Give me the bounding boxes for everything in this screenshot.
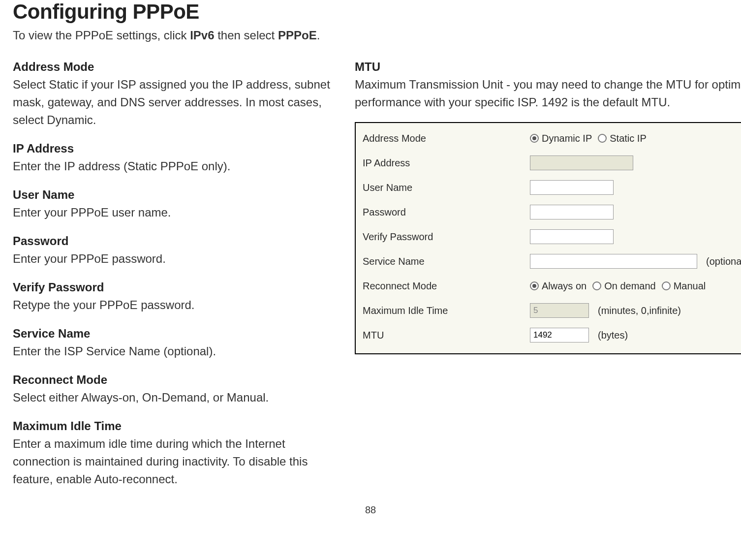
intro-suffix: . (317, 29, 320, 42)
radio-label-dynamic: Dynamic IP (542, 133, 592, 144)
form-label: MTU (363, 330, 530, 341)
row-address-mode: Address Mode Dynamic IP Static IP (363, 126, 741, 151)
service-name-suffix: (optional) (706, 256, 741, 267)
def-desc: Select either Always-on, On-Demand, or M… (13, 389, 335, 406)
def-mtu: MTU Maximum Transmission Unit - you may … (355, 58, 741, 111)
max-idle-suffix: (minutes, 0,infinite) (598, 305, 681, 316)
def-title: Reconnect Mode (13, 371, 335, 389)
row-mtu: MTU (bytes) (363, 323, 741, 347)
form-label: Password (363, 207, 530, 218)
verify-password-input[interactable] (530, 229, 614, 244)
form-label: Address Mode (363, 133, 530, 144)
row-reconnect-mode: Reconnect Mode Always on On demand Manua… (363, 274, 741, 298)
def-title: IP Address (13, 140, 335, 157)
radio-dynamic-ip[interactable] (530, 134, 539, 143)
form-label: Reconnect Mode (363, 280, 530, 292)
def-user-name: User Name Enter your PPPoE user name. (13, 186, 335, 221)
intro-text: To view the PPPoE settings, click IPv6 t… (10, 27, 731, 44)
def-max-idle: Maximum Idle Time Enter a maximum idle t… (13, 417, 335, 488)
mtu-input[interactable] (530, 328, 589, 342)
mtu-suffix: (bytes) (598, 330, 628, 341)
max-idle-input[interactable] (530, 303, 589, 318)
def-service-name: Service Name Enter the ISP Service Name … (13, 325, 335, 360)
row-verify-password: Verify Password (363, 224, 741, 249)
radio-label-static: Static IP (610, 133, 646, 144)
page-title: Configuring PPPoE (10, 0, 731, 24)
def-title: Maximum Idle Time (13, 417, 335, 435)
def-title: User Name (13, 186, 335, 204)
def-title: Verify Password (13, 279, 335, 296)
def-address-mode: Address Mode Select Static if your ISP a… (13, 58, 335, 129)
def-verify-password: Verify Password Retype the your PPPoE pa… (13, 279, 335, 314)
def-title: MTU (355, 58, 741, 76)
row-ip-address: IP Address (363, 151, 741, 175)
pppoe-form-screenshot: Address Mode Dynamic IP Static IP IP Add… (355, 122, 741, 354)
def-reconnect-mode: Reconnect Mode Select either Always-on, … (13, 371, 335, 406)
intro-pppoe: PPPoE (278, 29, 317, 42)
row-password: Password (363, 200, 741, 224)
def-desc: Maximum Transmission Unit - you may need… (355, 76, 741, 111)
radio-label-manual: Manual (674, 280, 706, 292)
radio-manual[interactable] (662, 281, 671, 290)
def-password: Password Enter your PPPoE password. (13, 232, 335, 268)
radio-on-demand[interactable] (592, 281, 601, 290)
radio-static-ip[interactable] (598, 134, 607, 143)
def-desc: Enter the IP address (Static PPPoE only)… (13, 157, 335, 175)
def-title: Address Mode (13, 58, 335, 76)
radio-always-on[interactable] (530, 281, 539, 290)
password-input[interactable] (530, 205, 614, 219)
row-user-name: User Name (363, 175, 741, 200)
def-desc: Select Static if your ISP assigned you t… (13, 76, 335, 129)
def-title: Password (13, 232, 335, 250)
form-label: Maximum Idle Time (363, 305, 530, 316)
radio-label-always: Always on (542, 280, 587, 292)
radio-label-ondemand: On demand (604, 280, 656, 292)
def-ip-address: IP Address Enter the IP address (Static … (13, 140, 335, 175)
def-desc: Enter your PPPoE user name. (13, 204, 335, 221)
def-desc: Retype the your PPPoE password. (13, 296, 335, 314)
def-desc: Enter your PPPoE password. (13, 250, 335, 268)
service-name-input[interactable] (530, 254, 697, 269)
def-desc: Enter the ISP Service Name (optional). (13, 342, 335, 360)
form-label: IP Address (363, 157, 530, 169)
row-max-idle: Maximum Idle Time (minutes, 0,infinite) (363, 298, 741, 323)
form-label: User Name (363, 182, 530, 193)
intro-mid: then select (215, 29, 278, 42)
intro-ipv6: IPv6 (190, 29, 214, 42)
def-title: Service Name (13, 325, 335, 342)
form-label: Service Name (363, 256, 530, 267)
row-service-name: Service Name (optional) (363, 249, 741, 274)
ip-address-input[interactable] (530, 156, 633, 170)
def-desc: Enter a maximum idle time during which t… (13, 435, 335, 488)
form-label: Verify Password (363, 231, 530, 243)
user-name-input[interactable] (530, 180, 614, 195)
page-number: 88 (365, 504, 376, 516)
intro-prefix: To view the PPPoE settings, click (13, 29, 190, 42)
